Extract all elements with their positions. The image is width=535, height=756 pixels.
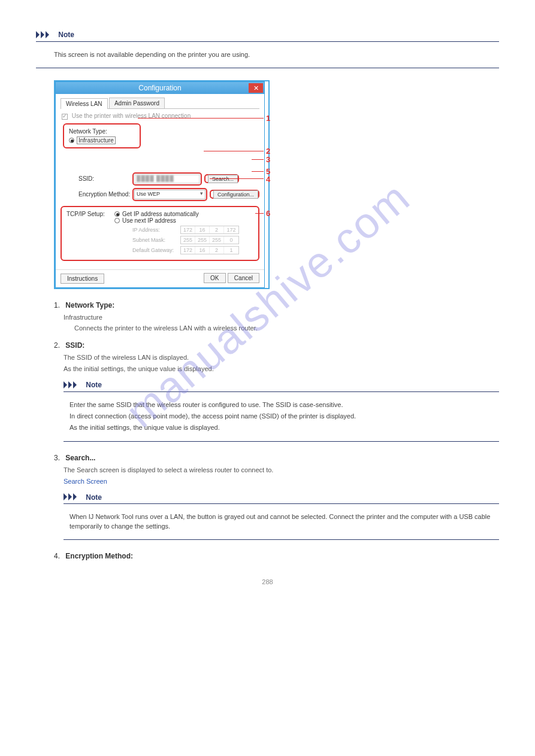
default-gateway-label: Default Gateway: [132,247,180,253]
list-item-1: 1. Network Type: [54,301,499,309]
divider [64,539,499,540]
chevron-right-triple-icon [64,493,80,500]
callout-2: 2 [266,147,270,156]
chevron-right-triple-icon [36,31,53,38]
page-number: 288 [36,578,499,585]
svg-marker-3 [64,381,67,388]
use-next-ip-option[interactable]: Use next IP address [122,217,176,224]
callout-3: 3 [266,155,270,164]
ssid-field[interactable]: ████ ████ [134,174,200,184]
divider [64,503,499,504]
dialog-title-bar: Configuration ✕ [56,82,264,94]
infrastructure-option[interactable]: Infrastructure [77,136,116,144]
ok-button[interactable]: OK [204,273,225,283]
default-gateway-field: 172 16 2 1 [180,246,239,254]
list-item-4: 4. Encryption Method: [54,552,499,560]
callout-line [210,178,264,179]
svg-marker-8 [73,493,77,500]
search-screen-link[interactable]: Search Screen [64,478,107,485]
svg-marker-5 [73,381,77,388]
ip-address-field: 172 16 2 172 [180,226,239,234]
item-1-desc: Connects the printer to the wireless LAN… [74,324,499,332]
note-block-top: Note This screen is not available depend… [36,30,499,68]
list-item-3: 3. Search... [54,454,499,462]
tab-admin-password[interactable]: Admin Password [109,98,165,108]
close-icon[interactable]: ✕ [249,83,263,93]
note-heading: Note [86,493,102,501]
svg-marker-0 [36,31,40,38]
tab-wireless-lan[interactable]: Wireless LAN [61,98,108,109]
divider [36,41,499,42]
item-3-desc-prefix: The [64,466,77,473]
svg-marker-6 [64,493,67,500]
note-body-text: This screen is not available depending o… [54,50,499,59]
callout-6: 6 [266,209,270,218]
note-heading: Note [58,31,74,39]
callout-line [252,159,264,160]
ip-address-label: IP Address: [132,227,180,233]
network-type-label: Network Type: [69,128,135,135]
note-block-search: Note When IJ Network Tool runs over a LA… [64,493,499,541]
callout-line [204,151,264,151]
subnet-mask-label: Subnet Mask: [132,237,180,243]
tcpip-group: TCP/IP Setup: Get IP address automatical… [61,206,259,261]
instructions-button[interactable]: Instructions [61,274,104,284]
callout-line [252,171,264,172]
divider [64,441,499,442]
dialog-title: Configuration [138,84,181,92]
note-line: When IJ Network Tool runs over a LAN, th… [69,512,499,531]
checkbox-icon[interactable] [62,114,68,120]
infrastructure-sublabel: Infrastructure [64,314,102,321]
list-item-2: 2. SSID: [54,341,499,350]
ssid-label: SSID: [78,175,132,182]
configuration-dialog-screenshot: Configuration ✕ Wireless LAN Admin Passw… [54,80,270,289]
cancel-button[interactable]: Cancel [228,273,259,283]
radio-icon[interactable] [114,218,120,223]
callout-4: 4 [266,175,270,184]
item-3-desc-suffix: screen is displayed to select a wireless… [99,466,273,473]
svg-marker-1 [41,31,44,38]
note-line: In direct connection (access point mode)… [69,412,499,421]
tcpip-label: TCP/IP Setup: [67,211,114,224]
note-heading: Note [86,381,102,389]
divider [36,68,499,68]
configuration-button[interactable]: Configuration... [213,190,258,199]
divider [64,391,499,392]
callout-line [255,213,264,214]
callout-1: 1 [266,114,270,123]
svg-marker-4 [68,381,72,388]
tab-strip: Wireless LAN Admin Password [61,98,259,109]
note-line: As the initial settings, the unique valu… [69,423,499,432]
callout-line [138,118,264,119]
svg-marker-2 [46,31,49,38]
encryption-label: Encryption Method: [78,191,132,198]
item-2-desc: The SSID of the wireless LAN is displaye… [64,353,499,362]
note-line: Enter the same SSID that the wireless ro… [69,400,499,409]
radio-icon[interactable] [69,138,74,143]
svg-marker-7 [68,493,72,500]
item-2-desc2: As the initial settings, the unique valu… [64,365,499,374]
item-3-search-word: Search [77,466,98,473]
encryption-select[interactable]: Use WEP [134,190,205,199]
subnet-mask-field: 255 255 255 0 [180,236,239,244]
radio-icon[interactable] [114,211,120,217]
note-block-ssid: Note Enter the same SSID that the wirele… [64,380,499,442]
chevron-right-triple-icon [64,381,80,388]
network-type-group: Network Type: Infrastructure [63,123,141,148]
get-ip-auto-option[interactable]: Get IP address automatically [122,211,199,217]
